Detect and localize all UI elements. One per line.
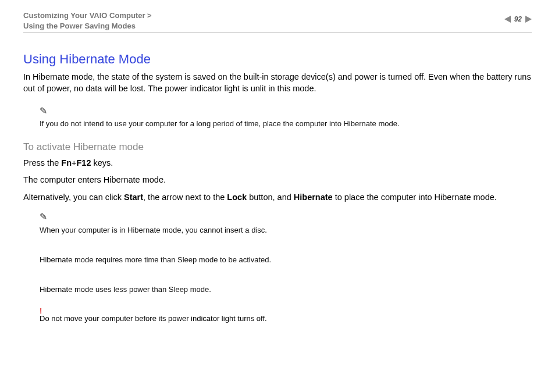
- enters-line: The computer enters Hibernate mode.: [23, 174, 532, 186]
- page-title: Using Hibernate Mode: [23, 52, 532, 67]
- warning-text: Do not move your computer before its pow…: [40, 314, 532, 323]
- tip-text-2b: Hibernate mode requires more time than S…: [40, 253, 532, 266]
- tip-text-1: If you do not intend to use your compute…: [40, 117, 532, 130]
- page-header: Customizing Your VAIO Computer > Using t…: [23, 10, 532, 33]
- tip-block-2: ✎ When your computer is in Hibernate mod…: [40, 209, 532, 296]
- section-subhead: To activate Hibernate mode: [23, 141, 532, 153]
- breadcrumb-line1: Customizing Your VAIO Computer >: [23, 11, 152, 20]
- alternative-line: Alternatively, you can click Start, the …: [23, 192, 532, 204]
- tip-text-2a: When your computer is in Hibernate mode,…: [40, 223, 532, 237]
- prev-page-icon[interactable]: [504, 16, 511, 23]
- breadcrumb-line2: Using the Power Saving Modes: [23, 22, 136, 30]
- next-page-icon[interactable]: [525, 16, 532, 23]
- intro-paragraph: In Hibernate mode, the state of the syst…: [23, 72, 532, 94]
- page-nav: 92: [504, 10, 532, 23]
- tip-text-2c: Hibernate mode uses less power than Slee…: [40, 283, 532, 296]
- warning-block: ! Do not move your computer before its p…: [40, 307, 532, 323]
- press-keys-line: Press the Fn+F12 keys.: [23, 158, 532, 169]
- tip-block-1: ✎ If you do not intend to use your compu…: [40, 103, 532, 131]
- page-number: 92: [514, 15, 522, 23]
- breadcrumb: Customizing Your VAIO Computer > Using t…: [23, 10, 152, 31]
